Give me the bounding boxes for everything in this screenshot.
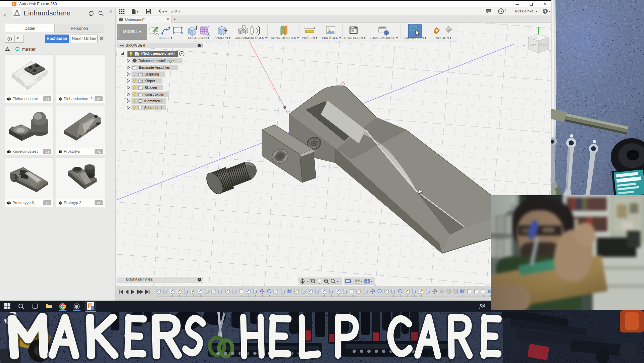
svg-text:▾: ▾	[351, 280, 353, 283]
svg-text:OBEN: OBEN	[533, 37, 538, 39]
svg-text:▾: ▾	[337, 280, 338, 283]
svg-text:Z─: Z─	[523, 43, 527, 46]
svg-text:▾: ▾	[371, 280, 372, 283]
svg-text:▾: ▾	[307, 280, 308, 283]
svg-text:?: ?	[544, 9, 546, 13]
svg-text:▾: ▾	[361, 280, 362, 283]
svg-text:>_: >_	[380, 27, 382, 29]
